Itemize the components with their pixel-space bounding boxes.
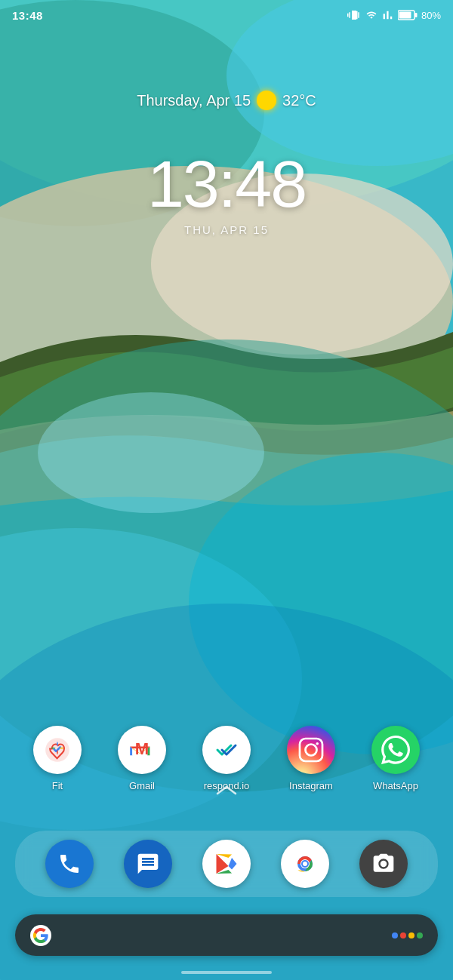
app-gmail[interactable]: M Gmail [108,726,176,791]
clock-date: THU, APR 15 [0,223,453,236]
gdot-red [400,932,406,939]
gmail-icon: M [118,726,166,774]
instagram-label: Instagram [289,780,333,791]
date-text: Thursday, Apr 15 [137,92,251,109]
gdot-yellow [408,932,414,939]
app-row-main: Fit [15,726,438,791]
dock-camera[interactable] [359,840,408,888]
date-weather-text: Thursday, Apr 15 32°C [0,91,453,110]
signal-icon [382,10,394,20]
gdot-green [417,932,423,939]
svg-point-18 [306,745,317,756]
instagram-icon [287,726,335,774]
status-bar: 13:48 80% [0,0,453,30]
svg-rect-17 [300,739,322,761]
dock-chrome[interactable] [281,840,329,888]
gmail-label: Gmail [129,780,155,791]
status-time: 13:48 [12,9,43,22]
svg-rect-13 [399,12,411,19]
respond-icon [202,726,251,774]
clock-time: 13:48 [0,151,453,217]
svg-point-10 [38,392,264,513]
battery-percent: 80% [421,10,441,21]
battery-icon [398,10,418,20]
whatsapp-label: WhatsApp [373,780,418,791]
sun-icon [257,91,276,110]
clock-widget: 13:48 THU, APR 15 [0,151,453,236]
dock [15,831,438,897]
svg-text:M: M [135,739,149,758]
swipe-hint [215,785,238,800]
google-g-logo [30,925,51,946]
google-assistant-icon[interactable] [392,932,423,939]
app-instagram[interactable]: Instagram [277,726,345,791]
dock-playstore[interactable] [202,840,251,888]
status-icons: 80% [347,8,441,22]
gdot-blue [392,932,398,939]
temperature-text: 32°C [282,92,316,109]
dock-messages[interactable] [124,840,172,888]
svg-rect-12 [414,13,417,17]
search-bar[interactable] [15,914,438,956]
app-whatsapp[interactable]: WhatsApp [362,726,430,791]
svg-point-19 [316,742,319,745]
app-fit[interactable]: Fit [23,726,91,791]
dock-phone[interactable] [45,840,94,888]
date-weather-widget: Thursday, Apr 15 32°C [0,91,453,110]
vibrate-icon [347,8,361,22]
svg-point-25 [303,862,307,866]
wifi-icon [365,10,378,20]
fit-label: Fit [52,780,63,791]
home-indicator [181,971,272,974]
whatsapp-icon [371,726,420,774]
fit-icon [33,726,82,774]
app-respond[interactable]: respond.io [193,726,260,791]
